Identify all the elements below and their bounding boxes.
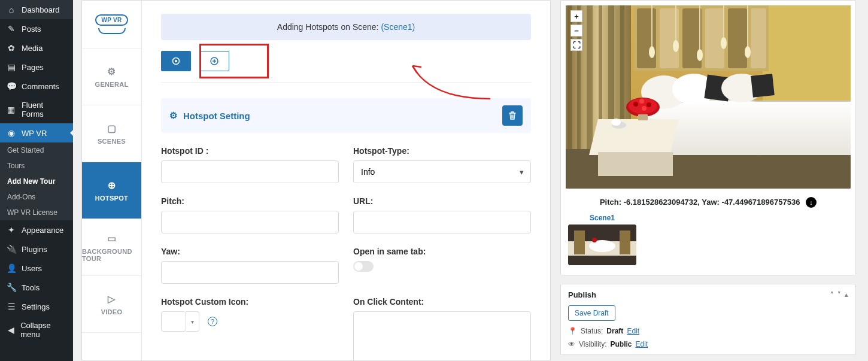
trash-icon: [508, 111, 517, 120]
sidebar-item-dashboard[interactable]: ⌂Dashboard: [0, 0, 73, 19]
sidebar-item-posts[interactable]: ✎Posts: [0, 19, 73, 38]
pages-icon: ▤: [6, 62, 17, 72]
open-same-tab-label: Open in same tab:: [353, 247, 531, 256]
open-same-tab-toggle[interactable]: [353, 261, 374, 272]
posts-icon: ✎: [6, 24, 17, 34]
tab-background-tour[interactable]: ▭BACKGROUND TOUR: [82, 219, 141, 276]
svg-rect-48: [620, 230, 630, 254]
scene-thumbnails: Scene1: [566, 214, 851, 270]
svg-rect-18: [751, 8, 766, 68]
tab-video[interactable]: ▷VIDEO: [82, 276, 141, 333]
svg-rect-17: [728, 8, 747, 68]
hotspot-tab-current[interactable]: [161, 51, 191, 71]
sidebar-collapse[interactable]: ◀Collapse menu: [0, 316, 73, 344]
sidebar-item-wp-vr[interactable]: ◉WP VR: [0, 123, 73, 142]
tab-general[interactable]: ⚙GENERAL: [82, 48, 141, 105]
help-icon[interactable]: ?: [208, 317, 217, 326]
edit-visibility-link[interactable]: Edit: [635, 340, 648, 348]
gear-icon: ⚙: [107, 66, 116, 77]
delete-hotspot-button[interactable]: [502, 105, 523, 126]
sidebar-item-media[interactable]: ✿Media: [0, 38, 73, 57]
edit-status-link[interactable]: Edit: [627, 327, 639, 335]
separator: [161, 82, 531, 83]
scene-image: [566, 5, 851, 189]
editor-panel: WP VR ⚙GENERAL ▢SCENES ⊕HOTSPOT ▭BACKGRO…: [81, 0, 551, 361]
submenu-tours[interactable]: Tours: [0, 158, 73, 174]
publish-title: Publish: [568, 290, 596, 299]
forms-icon: ▦: [6, 105, 17, 114]
hotspot-tabs-row: [161, 51, 531, 71]
collapse-icon: ◀: [6, 325, 16, 335]
on-click-textarea[interactable]: [353, 311, 531, 360]
svg-point-50: [592, 238, 597, 242]
thumbnail-image: [568, 225, 636, 265]
url-input[interactable]: [353, 211, 531, 233]
submenu-get-started[interactable]: Get Started: [0, 142, 73, 158]
video-icon: ▷: [108, 293, 115, 305]
vr-icon: ◉: [6, 128, 17, 138]
download-coords-button[interactable]: ↓: [806, 197, 817, 208]
svg-point-30: [633, 102, 638, 107]
submenu-add-new-tour[interactable]: Add New Tour: [0, 174, 73, 189]
plus-icon: [210, 57, 218, 65]
panorama-viewer[interactable]: + − ⛶: [566, 5, 851, 189]
save-draft-button[interactable]: Save Draft: [568, 305, 615, 321]
add-hotspot-button[interactable]: [199, 51, 229, 71]
record-icon: [172, 57, 180, 65]
svg-point-41: [673, 40, 679, 52]
device-icon: ▭: [107, 233, 116, 244]
svg-rect-34: [638, 114, 648, 120]
image-icon: ▢: [107, 123, 116, 134]
zoom-in-button[interactable]: +: [570, 10, 582, 22]
scene-thumbnail[interactable]: Scene1: [568, 214, 636, 265]
scene-link[interactable]: (Scene1): [381, 22, 415, 32]
preview-box: + − ⛶: [560, 0, 856, 275]
sidebar-item-appearance[interactable]: ✦Appearance: [0, 220, 73, 239]
svg-point-43: [721, 37, 727, 49]
publish-box: Publish ˄ ˅ ▴ Save Draft 📍 Status: Draft…: [560, 284, 856, 355]
yaw-label: Yaw:: [161, 247, 339, 256]
pin-icon: 📍: [568, 327, 577, 335]
svg-rect-25: [598, 152, 673, 176]
tab-scenes[interactable]: ▢SCENES: [82, 105, 141, 162]
visibility-icon: 👁: [568, 340, 575, 348]
hotspot-id-input[interactable]: [161, 160, 339, 183]
sidebar-item-tools[interactable]: 🔧Tools: [0, 278, 73, 297]
sidebar-item-settings[interactable]: ☰Settings: [0, 297, 73, 316]
annotation-arrow: [269, 48, 496, 102]
on-click-label: On Click Content:: [353, 297, 531, 307]
panel-up-button[interactable]: ˄: [830, 291, 834, 299]
hotspot-panel: Adding Hotspots on Scene: (Scene1): [142, 1, 550, 360]
panel-toggle-button[interactable]: ▴: [845, 291, 848, 299]
yaw-input[interactable]: [161, 261, 339, 284]
target-icon: ⊕: [108, 180, 116, 191]
panel-down-button[interactable]: ˅: [837, 291, 841, 299]
hotspot-id-label: Hotspot ID :: [161, 146, 339, 156]
wpvr-logo: WP VR: [82, 1, 141, 48]
scene-notice: Adding Hotspots on Scene: (Scene1): [161, 14, 531, 40]
vertical-tabs: WP VR ⚙GENERAL ▢SCENES ⊕HOTSPOT ▭BACKGRO…: [82, 1, 142, 360]
custom-icon-dropdown[interactable]: ▾: [186, 311, 199, 332]
status-row: 📍 Status: Draft Edit: [568, 327, 848, 335]
zoom-out-button[interactable]: −: [570, 25, 582, 37]
tab-hotspot[interactable]: ⊕HOTSPOT: [82, 162, 141, 219]
fullscreen-button[interactable]: ⛶: [570, 39, 582, 51]
submenu-license[interactable]: WP VR License: [0, 205, 73, 220]
media-icon: ✿: [6, 43, 17, 53]
sidebar-item-fluent-forms[interactable]: ▦Fluent Forms: [0, 96, 73, 123]
hotspot-form: Hotspot ID : Hotspot-Type: Info Pitch: U…: [161, 146, 531, 360]
pitch-input[interactable]: [161, 211, 339, 233]
hotspot-type-select[interactable]: Info: [353, 160, 531, 183]
submenu-add-ons[interactable]: Add-Ons: [0, 189, 73, 205]
svg-point-42: [697, 49, 703, 61]
plugins-icon: 🔌: [6, 244, 17, 254]
custom-icon-picker[interactable]: [161, 311, 186, 332]
svg-point-27: [611, 119, 621, 126]
thumbnail-label: Scene1: [590, 214, 615, 222]
comments-icon: 💬: [6, 81, 17, 91]
sidebar-item-pages[interactable]: ▤Pages: [0, 57, 73, 77]
url-label: URL:: [353, 196, 531, 206]
sidebar-item-plugins[interactable]: 🔌Plugins: [0, 239, 73, 259]
sidebar-item-comments[interactable]: 💬Comments: [0, 77, 73, 96]
sidebar-item-users[interactable]: 👤Users: [0, 259, 73, 278]
